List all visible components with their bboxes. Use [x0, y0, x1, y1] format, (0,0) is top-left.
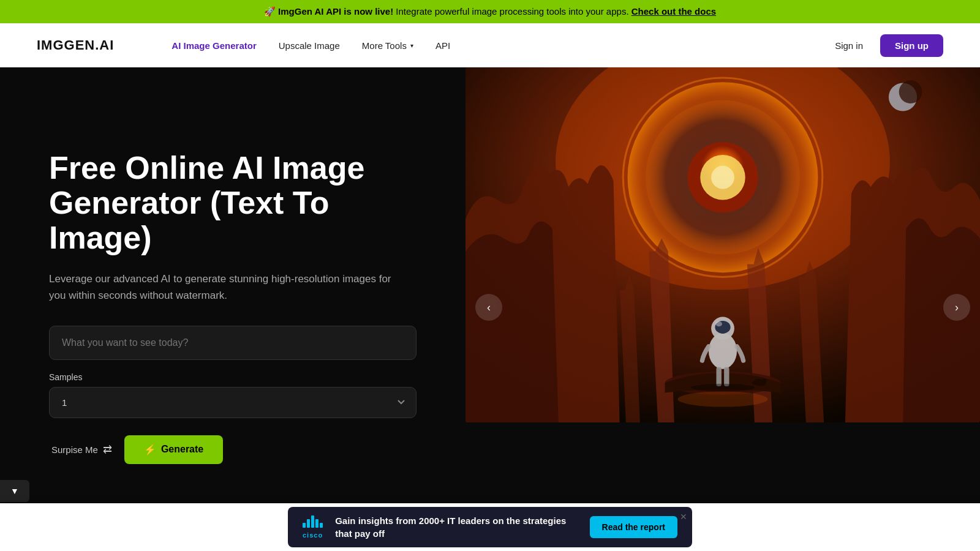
ad-close-button[interactable]: ✕	[680, 512, 687, 522]
logo: IMGGEN.AI	[37, 37, 114, 53]
collapse-button[interactable]: ▼	[0, 480, 29, 502]
nav-upscale-image[interactable]: Upscale Image	[270, 36, 349, 56]
cisco-brand-text: cisco	[303, 531, 323, 539]
generate-button[interactable]: ⚡ Generate	[124, 435, 223, 464]
navbar: IMGGEN.AI AI Image Generator Upscale Ima…	[0, 23, 980, 67]
announcement-cta[interactable]: Check out the docs	[631, 6, 716, 17]
generate-icon: ⚡	[144, 444, 156, 455]
nav-auth: Sign in Sign up	[825, 34, 943, 57]
cisco-ad-title: Gain insights from 2000+ IT leaders on t…	[335, 514, 577, 540]
cisco-bar-5	[320, 523, 323, 528]
cisco-bar-2	[307, 519, 310, 528]
cisco-bar-4	[315, 519, 318, 528]
cisco-bar-1	[303, 523, 306, 528]
samples-label: Samples	[49, 372, 417, 382]
svg-rect-19	[466, 67, 980, 422]
announcement-emoji: 🚀	[264, 6, 276, 17]
shuffle-icon: ⇄	[103, 443, 112, 456]
generate-label: Generate	[161, 444, 203, 455]
announcement-body: Integrate powerful image processing tool…	[396, 6, 628, 17]
carousel-prev-button[interactable]: ‹	[475, 294, 502, 321]
cisco-bar-3	[311, 515, 314, 528]
hero-section: Free Online AI Image Generator (Text To …	[0, 67, 980, 547]
hero-subtitle: Leverage our advanced AI to generate stu…	[49, 271, 392, 304]
cisco-bars	[303, 515, 323, 528]
chevron-down-icon: ▼	[10, 486, 19, 496]
signup-button[interactable]: Sign up	[880, 34, 943, 57]
announcement-bold: ImgGen AI API is now live!	[278, 6, 393, 17]
hero-content: Free Online AI Image Generator (Text To …	[0, 67, 466, 547]
cisco-ad: cisco Gain insights from 2000+ IT leader…	[288, 507, 692, 547]
chevron-down-icon: ▾	[410, 42, 413, 49]
carousel-next-button[interactable]: ›	[943, 294, 970, 321]
nav-ai-image-generator[interactable]: AI Image Generator	[163, 36, 265, 56]
carousel-container: ‹ ›	[466, 67, 980, 547]
cisco-ad-text-area: Gain insights from 2000+ IT leaders on t…	[335, 514, 577, 540]
cisco-logo: cisco	[303, 515, 323, 539]
ad-banner: cisco Gain insights from 2000+ IT leader…	[0, 503, 980, 551]
prompt-input[interactable]	[49, 326, 417, 360]
nav-api[interactable]: API	[427, 36, 459, 56]
carousel-image	[466, 67, 980, 422]
nav-more-tools[interactable]: More Tools ▾	[353, 36, 422, 56]
nav-links: AI Image Generator Upscale Image More To…	[163, 36, 801, 56]
signin-button[interactable]: Sign in	[825, 36, 873, 56]
hero-title: Free Online AI Image Generator (Text To …	[49, 151, 417, 256]
cisco-cta-button[interactable]: Read the report	[590, 516, 677, 538]
announcement-banner: 🚀 ImgGen AI API is now live! Integrate p…	[0, 0, 980, 23]
surprise-label: Surpise Me	[51, 444, 98, 455]
surprise-me-button[interactable]: Surpise Me ⇄	[49, 435, 115, 463]
samples-select[interactable]: 1 2 3 4	[49, 387, 417, 418]
action-row: Surpise Me ⇄ ⚡ Generate	[49, 435, 417, 464]
hero-carousel: ‹ ›	[466, 67, 980, 547]
